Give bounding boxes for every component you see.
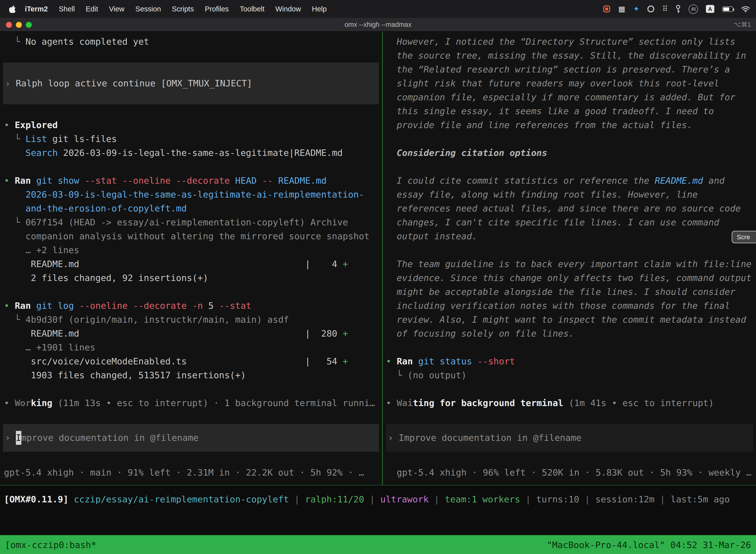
- apple-menu[interactable]: [6, 5, 19, 13]
- text-segment: references need actual files, and since …: [386, 203, 741, 214]
- text-segment: slight risk that future readers may over…: [386, 78, 719, 88]
- zoom-button[interactable]: [26, 22, 32, 28]
- blank-line: [383, 382, 756, 396]
- menu-item-toolbelt[interactable]: Toolbelt: [234, 5, 270, 13]
- wifi-icon[interactable]: [741, 5, 750, 12]
- text-segment: 2026-03-09-is-legal-the-same-as-legitima…: [25, 189, 364, 200]
- blank-line: [0, 160, 382, 174]
- command-line: • Ran git log --oneline --decorate -n 5 …: [0, 299, 382, 313]
- text-segment: README.md: [278, 175, 327, 186]
- omx-worktree: cczip/essay/ai-reimplementation-copyleft: [74, 494, 289, 504]
- text-segment: [68, 494, 74, 504]
- menu-item-edit[interactable]: Edit: [80, 5, 104, 13]
- reasoning-line: evidence. Since this change only affects…: [383, 271, 756, 285]
- text-segment: No agents completed yet: [25, 36, 149, 47]
- blank-line: [0, 410, 382, 424]
- text-segment: List: [25, 133, 47, 144]
- screen-overlay-label: Scre: [737, 233, 750, 241]
- text-segment: king: [31, 398, 52, 408]
- blank-line: [383, 160, 756, 174]
- explored-search-line: Search 2026-03-09-is-legal-the-same-as-l…: [0, 146, 382, 160]
- menu-item-view[interactable]: View: [104, 5, 130, 13]
- menu-item-scripts[interactable]: Scripts: [167, 5, 199, 13]
- menu-item-help[interactable]: Help: [307, 5, 332, 13]
- key-icon[interactable]: [676, 5, 681, 13]
- window-shortcut-badge: ⌥⌘1: [734, 18, 751, 31]
- text-segment: --: [262, 175, 273, 186]
- text-segment: Ran: [15, 300, 31, 311]
- blank-line: [0, 104, 382, 118]
- input-source-indicator[interactable]: A: [706, 5, 714, 13]
- screen: iTerm2 ShellEditViewSessionScriptsProfil…: [0, 0, 756, 554]
- menu-item-window[interactable]: Window: [270, 5, 306, 13]
- tmux-pane-left[interactable]: └ No agents completed yet› Ralph loop ac…: [0, 32, 382, 485]
- diffstat-line: 2 files changed, 92 insertions(+): [0, 271, 382, 285]
- text-segment: However, I noticed the “Directory Struct…: [386, 36, 736, 47]
- diffstat-line: src/voice/voiceModeEnabled.ts | 54 +: [0, 354, 382, 368]
- blank-line: [383, 410, 756, 424]
- menu-item-profiles[interactable]: Profiles: [199, 5, 234, 13]
- text-segment: ›: [388, 431, 398, 445]
- text-segment: README.md | 280: [4, 328, 342, 339]
- app-circle-icon[interactable]: [647, 5, 654, 12]
- text-segment: I could cite commit statistics or refere…: [386, 175, 655, 186]
- reasoning-line: companion file, especially if more comme…: [383, 90, 756, 104]
- inject-banner: › Ralph loop active continue [OMX_TMUX_I…: [3, 63, 379, 104]
- tmux-session-label: [omx-cczip0:bash*: [5, 539, 96, 550]
- text-segment: └: [4, 217, 25, 227]
- reasoning-line: slight risk that future readers may over…: [383, 76, 756, 90]
- session-label: session:12m: [595, 494, 654, 504]
- text-segment: git show: [36, 175, 79, 186]
- minimize-button[interactable]: [16, 22, 22, 28]
- text-segment: of focusing solely on file lines.: [386, 328, 574, 339]
- text-segment: [4, 148, 25, 158]
- text-segment: [187, 300, 192, 311]
- text-segment: changes, I can't cite specific file line…: [386, 217, 719, 227]
- text-segment: 2 files changed, 92 insertions(+): [4, 273, 208, 283]
- status-divider: [0, 485, 756, 486]
- text-segment: --stat: [219, 300, 251, 311]
- text-segment: this single essay, it seems like a good …: [386, 106, 714, 116]
- text-segment: Wai: [397, 398, 413, 408]
- screen-overlay-badge[interactable]: Scre: [732, 231, 756, 243]
- window-grid-icon[interactable]: ▦: [618, 5, 625, 13]
- text-segment: git log: [36, 300, 74, 311]
- text-segment: The team guideline is to back every impo…: [386, 259, 752, 269]
- text-segment: [31, 175, 36, 186]
- text-segment: Ran: [397, 356, 413, 366]
- diffstat-line: 1903 files changed, 513517 insertions(+): [0, 368, 382, 382]
- app-menu[interactable]: iTerm2: [19, 5, 53, 13]
- battery-icon[interactable]: [722, 6, 733, 12]
- explored-list-line: └ List git ls-files: [0, 132, 382, 146]
- menu-bar-status-icons: ▦ ✦ ⠿ .61 A: [603, 4, 750, 14]
- text-segment: •: [4, 398, 15, 408]
- text-segment: 1903 files changed, 513517 insertions(+): [4, 370, 246, 380]
- screen-recording-indicator-icon[interactable]: [603, 5, 610, 12]
- text-segment: --stat --oneline --decorate: [84, 175, 230, 186]
- command-line: • Ran git status --short: [383, 354, 756, 368]
- menu-item-session[interactable]: Session: [130, 5, 167, 13]
- text-segment: Ran: [15, 175, 31, 186]
- close-button[interactable]: [6, 22, 12, 28]
- separator: |: [654, 494, 671, 504]
- last-activity-label: last:5m ago: [671, 494, 730, 504]
- text-segment: ›: [5, 76, 16, 90]
- reasoning-line: this single essay, it seems like a good …: [383, 104, 756, 118]
- separator: |: [429, 494, 445, 504]
- blank-line: [383, 340, 756, 354]
- prompt-input[interactable]: › Improve documentation in @filename: [386, 424, 753, 452]
- text-segment: +: [342, 259, 348, 269]
- text-cursor: I: [16, 431, 21, 445]
- battery-percent-widget[interactable]: .61: [689, 4, 698, 14]
- text-segment: └: [4, 36, 25, 47]
- prompt-input[interactable]: › Improve documentation in @filename: [3, 424, 379, 452]
- text-segment: --short: [478, 356, 515, 366]
- menu-item-shell[interactable]: Shell: [53, 5, 80, 13]
- tmux-pane-right[interactable]: However, I noticed the “Directory Struct…: [383, 32, 756, 485]
- spark-icon[interactable]: ✦: [633, 5, 639, 13]
- reasoning-line: review. Also, I might want to inspect th…: [383, 313, 756, 327]
- text-segment: 4b9d30f (origin/main, instructkr/main, m…: [25, 314, 289, 325]
- dots-grid-icon[interactable]: ⠿: [662, 5, 668, 13]
- text-segment: 067f154 (HEAD -> essay/ai-reimplementati…: [25, 217, 348, 227]
- mode-label: ultrawork: [380, 494, 429, 504]
